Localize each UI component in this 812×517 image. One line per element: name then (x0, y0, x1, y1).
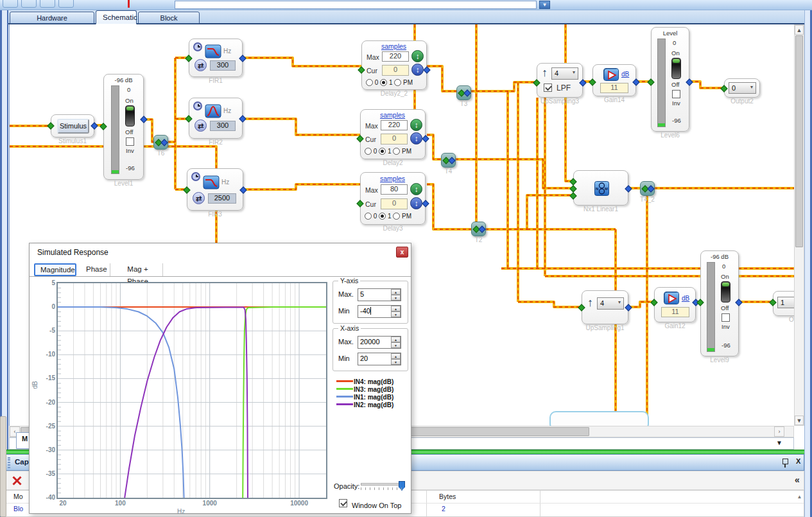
col-header-bytes[interactable]: Bytes (439, 493, 456, 500)
vscroll-thumb[interactable] (795, 35, 803, 247)
output-pin[interactable] (647, 185, 654, 192)
block-delay2-2[interactable]: samples Max 220 ↕ Cur 0 ↕ 0 1 PM Delay2_… (361, 40, 427, 90)
block-gain12[interactable]: dB 11 Gain12 (654, 287, 696, 322)
block-fir1[interactable]: Hz ⇄ 300 FIR1 (189, 39, 243, 77)
gain-value[interactable]: 11 (661, 307, 689, 317)
ymax-input[interactable]: 5▲▼ (358, 288, 401, 301)
block-fir2[interactable]: Hz ⇄ 300 FIR2 (189, 98, 243, 139)
cur-delay-value[interactable]: 0 (381, 198, 408, 209)
gain-play-icon[interactable] (603, 68, 619, 81)
channel-select[interactable]: 1 (777, 297, 794, 308)
tab-block-schematic[interactable]: Block Schematic (138, 12, 200, 24)
tab-mag-phase[interactable]: Mag + Phase (113, 263, 163, 276)
close-panel-icon[interactable]: X (796, 457, 800, 465)
radio-0[interactable] (365, 148, 372, 155)
xmin-spinner[interactable]: ▲▼ (391, 353, 401, 365)
col-header-mode[interactable]: Mo (13, 493, 23, 500)
clear-capture-icon[interactable] (10, 475, 23, 487)
cur-updown-icon[interactable]: ↕ (410, 132, 422, 145)
samples-link[interactable]: samples (381, 42, 406, 50)
xmax-spinner[interactable]: ▲▼ (391, 337, 401, 348)
invert-checkbox[interactable] (721, 313, 730, 322)
block-level1[interactable]: -96 dB 0 On Off Inv -96 Level1 (103, 74, 144, 180)
lowpass-filter-icon[interactable] (205, 44, 221, 58)
cur-delay-value[interactable]: 0 (382, 65, 409, 76)
bandpass-filter-icon[interactable] (205, 104, 221, 118)
level-slider[interactable] (111, 85, 119, 174)
factor-select[interactable]: 4▾ (551, 67, 578, 80)
connector-t3[interactable]: T3 (456, 85, 471, 100)
max-delay-value[interactable]: 220 (381, 120, 408, 130)
cutoff-value[interactable]: 300 (210, 60, 236, 71)
max-delay-value[interactable]: 80 (381, 184, 408, 195)
level-slider[interactable] (707, 262, 715, 352)
combo-dropdown-icon[interactable]: ▼ (539, 1, 550, 9)
output-pin[interactable] (478, 225, 485, 232)
frequency-arrows-icon[interactable]: ⇄ (194, 59, 207, 71)
output-pin[interactable] (463, 89, 471, 96)
block-gain14[interactable]: dB 11 Gain14 (592, 64, 636, 96)
tab-schematic[interactable]: Schematic (96, 10, 137, 24)
xmin-input[interactable]: 20▲▼ (358, 353, 401, 365)
block-clipped-bottom[interactable] (549, 411, 649, 426)
level-slider[interactable] (657, 39, 666, 127)
block-delay3[interactable]: samples Max 80 ↕ Cur 0 ↕ 0 1 PM Delay3 (360, 172, 426, 225)
ymax-spinner[interactable]: ▲▼ (391, 289, 401, 301)
block-upsampling1[interactable]: ↑ 4▾ UpSampling1 (582, 290, 628, 324)
output-pin[interactable] (160, 139, 168, 146)
toolbar-button-2[interactable] (21, 0, 37, 8)
ymin-input[interactable]: -40▲▼ (358, 305, 401, 318)
samples-link[interactable]: samples (380, 111, 405, 119)
radio-pm[interactable] (393, 213, 400, 220)
mute-toggle[interactable] (125, 105, 135, 127)
radio-1[interactable] (380, 79, 387, 86)
tab-phase[interactable]: Phase (81, 263, 110, 276)
cur-delay-value[interactable]: 0 (381, 134, 408, 145)
db-link[interactable]: dB (682, 295, 689, 302)
radio-1[interactable] (379, 148, 386, 155)
samples-link[interactable]: samples (380, 175, 405, 182)
block-fir3[interactable]: Hz ⇄ 2500 FIR3 (187, 168, 243, 211)
gain-value[interactable]: 11 (600, 83, 628, 93)
panel-resize-gutter[interactable] (0, 416, 6, 517)
mute-toggle[interactable] (721, 281, 730, 302)
connector-t6[interactable]: T6 (153, 135, 168, 150)
block-level9[interactable]: -96 dB 0 On Off Inv -96 Level9 (700, 250, 739, 356)
frequency-arrows-icon[interactable]: ⇄ (193, 192, 205, 204)
block-level6[interactable]: Level 0 On Off Inv -96 Level6 (651, 27, 689, 132)
xmax-input[interactable]: 20000▲▼ (358, 336, 401, 349)
cur-updown-icon[interactable]: ↕ (411, 64, 424, 76)
radio-0[interactable] (365, 213, 372, 220)
block-upsampling3[interactable]: ↑ 4▾ LPF UpSampling3 (537, 63, 583, 98)
output-pin[interactable] (448, 157, 455, 164)
radio-1[interactable] (379, 213, 386, 220)
ymin-spinner[interactable]: ▲▼ (391, 306, 401, 317)
connector-t4[interactable]: T4 (441, 153, 456, 168)
simulated-response-dialog[interactable]: Simulated Response x Magnitude Phase Mag… (29, 243, 411, 514)
toolbar-button-3[interactable] (40, 0, 55, 8)
radio-0[interactable] (366, 79, 373, 86)
opacity-slider[interactable] (361, 483, 403, 486)
scroll-down-icon[interactable]: ▼ (795, 416, 804, 425)
invert-checkbox[interactable] (126, 137, 134, 146)
block-output-partial[interactable]: 1 Ou (773, 291, 794, 316)
block-nx1-linear1[interactable]: NM Nx1 Linear1 (573, 170, 628, 206)
connector-t2[interactable]: T2 (471, 222, 486, 236)
max-updown-icon[interactable]: ↕ (410, 183, 422, 195)
max-updown-icon[interactable]: ↕ (410, 119, 422, 131)
cutoff-value[interactable]: 300 (210, 121, 236, 131)
toolbar-button-1[interactable] (3, 0, 18, 8)
toolbar-combobox[interactable] (175, 1, 537, 9)
radio-pm[interactable] (393, 148, 400, 155)
block-output2[interactable]: 0▾ Output2 (724, 78, 760, 98)
collapse-panel-icon[interactable]: « (795, 475, 800, 485)
lowpass-filter-icon[interactable] (203, 175, 220, 189)
block-stimulus1[interactable]: Stimulus Stimulus1 (51, 114, 94, 137)
pin-icon[interactable] (782, 459, 788, 464)
factor-select[interactable]: 4▾ (597, 297, 624, 310)
panel-dropdown-icon[interactable]: ▼ (774, 439, 784, 448)
cutoff-value[interactable]: 2500 (208, 193, 236, 204)
table-scroll-up-icon[interactable]: ▲ (795, 493, 804, 502)
max-delay-value[interactable]: 220 (382, 51, 409, 62)
mute-toggle[interactable] (671, 58, 681, 79)
